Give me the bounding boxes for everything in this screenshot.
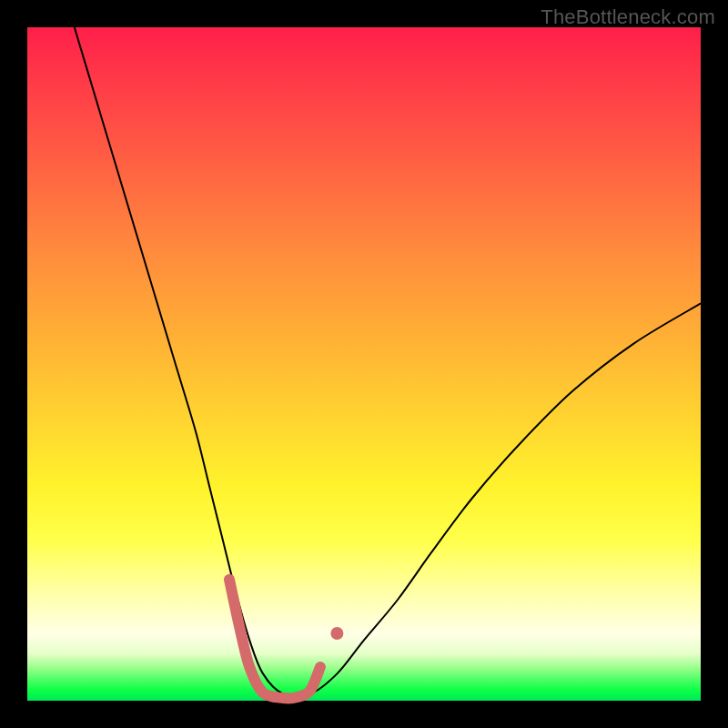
- highlight-segment: [229, 580, 320, 699]
- chart-frame: TheBottleneck.com: [0, 0, 728, 728]
- curve-layer: [27, 27, 701, 701]
- bottleneck-curve: [75, 27, 701, 696]
- highlight-dot: [330, 627, 343, 640]
- watermark-text: TheBottleneck.com: [541, 5, 715, 29]
